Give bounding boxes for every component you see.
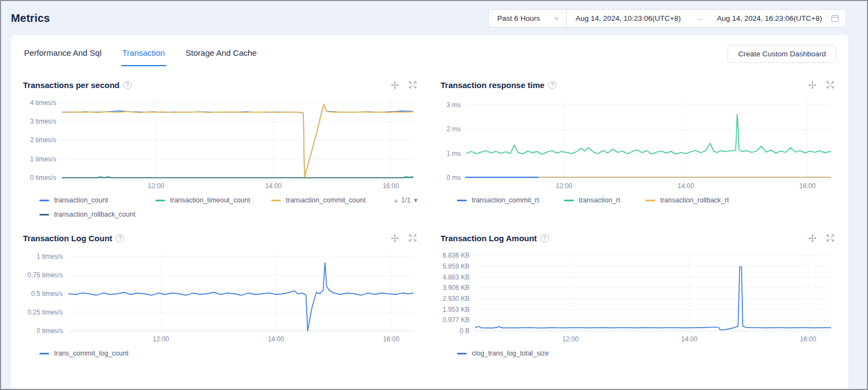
chart-title: Transaction response time [441,80,544,90]
legend-swatch [646,200,655,201]
chart-title: Transaction Log Amount [441,234,537,243]
svg-text:0.977 KB: 0.977 KB [443,316,470,324]
svg-text:12:00: 12:00 [148,182,165,190]
create-custom-dashboard-button[interactable]: Create Custom Dashboard [728,45,836,63]
legend-swatch [457,200,467,201]
svg-text:2 times/s: 2 times/s [30,136,56,144]
legend-item[interactable]: transaction_rt [564,196,620,204]
chart-transactions-per-second: Transactions per second ? 0 times/s1 tim… [23,78,419,218]
svg-text:0 B: 0 B [460,327,470,335]
svg-text:1.953 KB: 1.953 KB [443,306,470,313]
tab-transaction[interactable]: Transaction [121,45,166,66]
legend-item[interactable]: transaction_rollback_rt [646,196,729,204]
move-icon[interactable] [391,81,399,89]
date-range[interactable]: Aug 14, 2024, 10:23:06(UTC+8) → Aug 14, … [567,14,829,22]
svg-text:14:00: 14:00 [681,335,697,343]
svg-text:2.930 KB: 2.930 KB [443,295,470,302]
time-range-control: Past 6 Hours ∨ Aug 14, 2024, 10:23:06(UT… [488,9,846,27]
move-icon[interactable] [391,234,399,242]
chart-legend: clog_trans_log_total_size [457,350,836,357]
chart-legend: transaction_commit_rttransaction_rttrans… [457,196,836,204]
charts-grid: Transactions per second ? 0 times/s1 tim… [23,78,836,357]
time-range-dropdown[interactable]: Past 6 Hours ∨ [489,14,566,22]
legend-pagination: ▲1/1▼ [393,196,419,204]
svg-text:12:00: 12:00 [562,335,579,343]
svg-text:4.883 KB: 4.883 KB [443,273,470,281]
legend-label: transaction_count [54,196,108,204]
tab-storage-and-cache[interactable]: Storage And Cache [185,45,258,65]
svg-text:14:00: 14:00 [265,182,281,190]
svg-text:0 times/s: 0 times/s [30,174,56,182]
top-header: Metrics Past 6 Hours ∨ Aug 14, 2024, 10:… [1,1,867,35]
legend-label: transaction_rollback_rt [660,196,729,204]
svg-text:0.25 times/s: 0.25 times/s [27,308,63,316]
svg-text:12:00: 12:00 [153,335,169,343]
legend-item[interactable]: clog_trans_log_total_size [457,350,549,357]
svg-text:16:00: 16:00 [383,182,399,190]
chart-legend: transaction_counttransaction_timeout_cou… [39,196,419,218]
tabs-row: Performance And Sql Transaction Storage … [23,45,836,66]
legend-item[interactable]: transaction_commit_count [271,196,413,204]
legend-item[interactable]: transaction_commit_rt [457,196,539,204]
svg-text:3 times/s: 3 times/s [30,118,56,125]
legend-swatch [39,200,49,201]
svg-text:4 times/s: 4 times/s [30,99,56,107]
legend-swatch [39,353,49,354]
legend-swatch [457,353,467,354]
svg-text:16:00: 16:00 [383,335,400,343]
svg-text:1 ms: 1 ms [447,150,461,158]
help-icon[interactable]: ? [124,81,132,89]
line-chart: 0 times/s1 times/s2 times/s3 times/s4 ti… [23,92,419,194]
legend-label: trans_commit_log_count [54,350,128,357]
svg-text:1 times/s: 1 times/s [37,253,63,260]
legend-label: transaction_commit_rt [472,196,539,204]
svg-text:3.906 KB: 3.906 KB [443,284,470,292]
line-chart: 0 times/s0.25 times/s0.5 times/s0.75 tim… [23,246,419,347]
help-icon[interactable]: ? [541,234,549,242]
legend-label: transaction_commit_count [286,196,366,204]
help-icon[interactable]: ? [116,234,124,242]
legend-swatch [271,200,281,201]
svg-text:0.75 times/s: 0.75 times/s [27,271,63,279]
tab-performance-and-sql[interactable]: Performance And Sql [23,45,103,65]
legend-page-indicator: 1/1 [401,196,410,204]
move-icon[interactable] [808,234,817,242]
chevron-down-icon: ∨ [553,15,559,22]
page-title: Metrics [11,12,50,25]
legend-page-down[interactable]: ▼ [413,197,419,203]
expand-icon[interactable] [826,234,834,242]
svg-text:2 ms: 2 ms [447,125,461,133]
legend-item[interactable]: transaction_count [39,196,155,204]
line-chart: 0 ms1 ms2 ms3 ms12:0014:0016:00 [441,92,836,194]
svg-text:5.859 KB: 5.859 KB [443,263,470,270]
chart-legend: trans_commit_log_count [39,350,419,357]
legend-page-up[interactable]: ▲ [393,197,399,203]
chart-transaction-log-count: Transaction Log Count ? 0 times/s0.25 ti… [23,231,419,357]
move-icon[interactable] [808,81,817,89]
chart-transaction-log-amount: Transaction Log Amount ? 0 B0.977 KB1.95… [441,231,836,357]
svg-text:14:00: 14:00 [268,335,284,343]
svg-text:3 ms: 3 ms [447,101,461,109]
svg-text:0 ms: 0 ms [447,174,461,182]
legend-swatch [564,200,574,201]
legend-label: transaction_timeout_count [170,196,250,204]
main-card: Performance And Sql Transaction Storage … [11,35,848,389]
svg-text:0.5 times/s: 0.5 times/s [31,290,63,298]
svg-text:16:00: 16:00 [799,182,816,190]
calendar-icon[interactable] [829,14,846,22]
time-range-label: Past 6 Hours [497,14,540,22]
expand-icon[interactable] [409,81,417,89]
legend-item[interactable]: transaction_timeout_count [155,196,271,204]
arrow-right-icon: → [695,14,702,22]
legend-swatch [155,200,165,201]
legend-item[interactable]: trans_commit_log_count [39,350,128,357]
help-icon[interactable]: ? [548,81,556,89]
expand-icon[interactable] [409,234,417,242]
svg-text:16:00: 16:00 [800,335,816,343]
legend-label: transaction_rollback_count [54,211,136,218]
chart-title: Transactions per second [23,80,120,90]
expand-icon[interactable] [826,81,834,89]
svg-text:6.836 KB: 6.836 KB [443,252,470,259]
svg-text:1 times/s: 1 times/s [30,155,56,163]
legend-item[interactable]: transaction_rollback_count [39,211,155,218]
